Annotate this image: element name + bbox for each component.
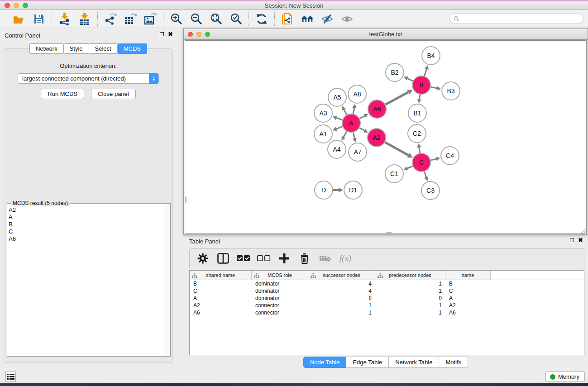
table-cell[interactable]: A [190, 295, 252, 301]
task-history-button[interactable] [5, 372, 16, 382]
graph-edge-A6-B[interactable] [385, 92, 408, 105]
hide-graphics-details-icon[interactable] [321, 13, 334, 25]
table-cell[interactable]: A2 [445, 302, 491, 309]
graph-edge-A-A6[interactable] [359, 116, 364, 119]
graph-edge-C-C4[interactable] [430, 159, 436, 160]
table-row-A[interactable]: Adominator80A [190, 295, 584, 302]
zoom-out-icon[interactable] [190, 13, 202, 25]
zoom-fit-icon[interactable] [210, 13, 222, 25]
tab-network-table[interactable]: Network Table [389, 357, 439, 368]
search-input[interactable] [462, 16, 583, 22]
deselect-all-icon[interactable] [257, 253, 271, 264]
table-cell[interactable]: 8 [308, 295, 375, 301]
table-cell[interactable]: B [445, 281, 491, 287]
home-icon[interactable] [301, 13, 314, 25]
import-network-icon[interactable] [58, 13, 71, 25]
import-table-icon[interactable] [78, 13, 91, 25]
table-cell[interactable]: 4 [308, 288, 375, 294]
table-cell[interactable]: C [190, 288, 252, 294]
table-cell[interactable]: 0 [375, 295, 445, 301]
table-cell[interactable]: connector [252, 310, 308, 316]
table-row-A2[interactable]: A2connector11A2 [190, 302, 584, 309]
tab-style[interactable]: Style [64, 43, 89, 54]
table-cell[interactable]: dominator [252, 288, 308, 294]
table-cell[interactable]: 1 [375, 281, 445, 287]
result-item-C[interactable]: C [9, 228, 163, 235]
table-row-C[interactable]: Cdominator41C [190, 287, 584, 295]
memory-button[interactable]: Memory [545, 372, 585, 382]
graph-edge-A-A1[interactable] [336, 127, 343, 129]
function-builder-icon[interactable]: f(x) [339, 253, 352, 264]
column-header-successor-nodes[interactable]: successor nodes [308, 271, 375, 280]
export-network-icon[interactable] [104, 13, 117, 25]
resize-grip-icon[interactable] [581, 228, 587, 234]
save-session-icon[interactable] [33, 13, 45, 25]
table-cell[interactable]: connector [252, 302, 308, 309]
table-cell[interactable]: B [190, 281, 252, 287]
tab-motifs[interactable]: Motifs [439, 357, 468, 368]
table-cell[interactable]: 1 [375, 302, 445, 309]
select-all-icon[interactable] [237, 253, 250, 264]
graph-edge-A-A7[interactable] [353, 133, 354, 138]
graph-edge-A2-C[interactable] [385, 142, 408, 155]
column-header-name[interactable]: name [445, 271, 491, 280]
graph-edge-A-A4[interactable] [344, 131, 347, 137]
graph-edge-B-B3[interactable] [431, 87, 437, 88]
search-field[interactable] [449, 14, 583, 24]
table-options-gear-icon[interactable] [196, 253, 210, 264]
table-cell[interactable]: 1 [308, 310, 375, 316]
result-scrollbar[interactable] [164, 204, 170, 356]
export-image-icon[interactable] [144, 13, 157, 25]
result-item-A[interactable]: A [9, 214, 163, 221]
graph-edge-A-A3[interactable] [336, 118, 342, 120]
table-cell[interactable]: 1 [375, 310, 445, 316]
vertical-scroll-thumb[interactable] [185, 196, 186, 203]
column-header-predecessor-nodes[interactable]: predecessor nodes [375, 271, 445, 280]
tab-mcds[interactable]: MCDS [118, 43, 147, 54]
network-canvas[interactable]: B4B2BB3B1A5A8A6A3AA1A4A7A2C2CC4C1C3DD1 [185, 40, 587, 234]
table-cell[interactable]: 1 [308, 302, 375, 309]
table-cell[interactable]: A6 [190, 310, 252, 316]
column-header-shared-name[interactable]: shared name [190, 271, 252, 280]
table-cell[interactable]: A6 [445, 310, 491, 316]
tab-select[interactable]: Select [89, 43, 118, 54]
export-table-icon[interactable] [124, 13, 137, 25]
graph-edge-C-C1[interactable] [407, 166, 413, 168]
table-float-panel-icon[interactable] [570, 238, 574, 242]
graph-edge-B-B1[interactable] [419, 95, 420, 100]
table-cell[interactable]: 1 [375, 288, 445, 294]
graph-edge-A-A8[interactable] [353, 108, 354, 114]
show-graphics-details-icon[interactable] [341, 13, 354, 25]
tab-node-table[interactable]: Node Table [303, 357, 347, 368]
table-row-A6[interactable]: A6connector11A6 [190, 309, 584, 316]
horizontal-scroll-thumb[interactable] [386, 232, 392, 234]
open-session-icon[interactable] [13, 13, 25, 25]
table-cell[interactable]: 4 [308, 281, 375, 287]
zoom-selected-icon[interactable] [229, 13, 242, 25]
tab-network[interactable]: Network [29, 43, 64, 54]
duplicate-network-icon[interactable] [281, 13, 294, 25]
graph-edge-A-A2[interactable] [359, 128, 364, 130]
delete-table-icon[interactable] [318, 253, 332, 264]
close-panel-icon[interactable]: ✖ [168, 32, 173, 37]
graph-edge-B-B2[interactable] [407, 78, 413, 81]
table-cell[interactable]: A [445, 295, 491, 301]
column-selector-icon[interactable] [216, 253, 230, 264]
table-cell[interactable]: A2 [190, 302, 252, 309]
graph-edge-C-C2[interactable] [419, 148, 420, 153]
add-column-icon[interactable] [277, 253, 291, 264]
graph-edge-B-B4[interactable] [424, 69, 426, 76]
tab-edge-table[interactable]: Edge Table [346, 357, 389, 368]
table-cell[interactable]: C [445, 288, 491, 294]
result-item-A2[interactable]: A2 [9, 206, 163, 214]
table-cell[interactable]: dominator [252, 295, 308, 301]
close-panel-button[interactable]: Close panel [91, 89, 136, 99]
graph-edge-A-A5[interactable] [344, 110, 347, 114]
table-close-panel-icon[interactable]: ✖ [578, 238, 583, 243]
run-mcds-button[interactable]: Run MCDS [41, 89, 84, 99]
result-item-B[interactable]: B [9, 221, 163, 228]
zoom-in-icon[interactable] [170, 13, 182, 25]
delete-column-icon[interactable] [298, 253, 311, 264]
result-item-A6[interactable]: A6 [9, 235, 163, 243]
table-cell[interactable]: dominator [252, 281, 308, 287]
